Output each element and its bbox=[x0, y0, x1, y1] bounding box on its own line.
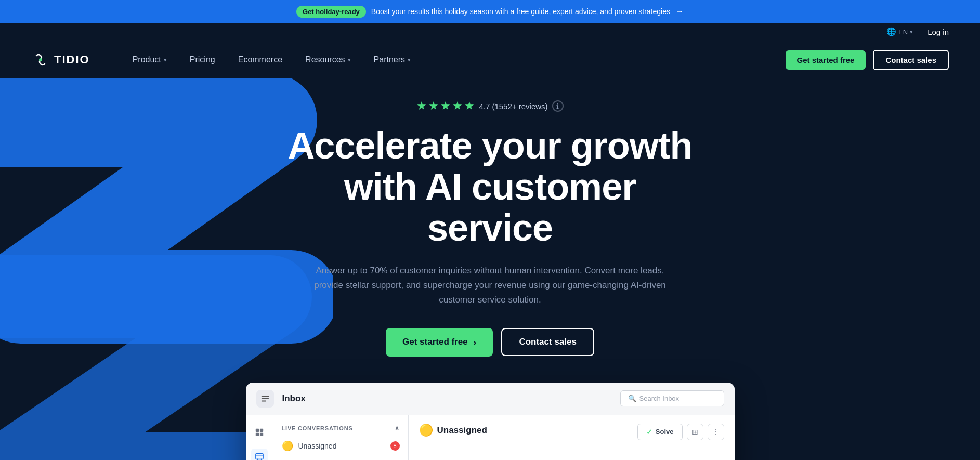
inbox-label: Inbox bbox=[282, 393, 306, 404]
star-3: ★ bbox=[440, 99, 451, 113]
sidebar-inbox-icon[interactable] bbox=[256, 390, 274, 408]
conv-name: Unassigned bbox=[298, 442, 337, 450]
stars: ★ ★ ★ ★ ★ bbox=[416, 99, 475, 113]
nav-ecommerce-label: Ecommerce bbox=[238, 55, 282, 64]
hero-title: Accelerate your growth with AI customer … bbox=[277, 125, 703, 249]
logo-icon bbox=[31, 50, 50, 69]
logo[interactable]: TIDIO bbox=[31, 50, 90, 69]
get-started-button[interactable]: Get started free bbox=[786, 50, 866, 70]
nav-links: Product ▾ Pricing Ecommerce Resources ▾ … bbox=[121, 41, 786, 78]
product-chevron-icon: ▾ bbox=[164, 57, 167, 63]
logo-text: TIDIO bbox=[54, 53, 90, 67]
svg-rect-7 bbox=[255, 433, 258, 436]
partners-chevron-icon: ▾ bbox=[408, 57, 411, 63]
nav-home-icon[interactable] bbox=[251, 424, 268, 440]
hero-cta-primary-label: Get started free bbox=[402, 337, 468, 347]
svg-rect-8 bbox=[259, 433, 263, 436]
search-icon: 🔍 bbox=[628, 395, 636, 402]
contact-sales-button[interactable]: Contact sales bbox=[873, 50, 949, 70]
svg-rect-4 bbox=[261, 400, 266, 401]
arrow-icon: › bbox=[473, 336, 477, 348]
resources-chevron-icon: ▾ bbox=[348, 57, 351, 63]
hero-content: ★ ★ ★ ★ ★ 4.7 (1552+ reviews) ℹ Accelera… bbox=[277, 99, 703, 383]
left-nav-icons bbox=[246, 415, 273, 460]
hero-title-line1: Accelerate your growth bbox=[288, 125, 692, 166]
app-preview-header: Inbox 🔍 Search Inbox bbox=[246, 383, 735, 415]
unassigned-emoji: 🟡 bbox=[419, 424, 433, 437]
nav-pricing-label: Pricing bbox=[190, 55, 215, 64]
navbar: TIDIO Product ▾ Pricing Ecommerce Resour… bbox=[0, 41, 980, 78]
live-conv-label: LIVE CONVERSATIONS bbox=[282, 425, 353, 431]
info-icon[interactable]: ℹ bbox=[552, 100, 564, 112]
nav-item-product[interactable]: Product ▾ bbox=[121, 41, 178, 78]
utility-bar: 🌐 EN ▾ Log in bbox=[0, 23, 980, 41]
svg-rect-6 bbox=[259, 428, 263, 431]
banner-arrow: → bbox=[675, 7, 684, 16]
svg-rect-3 bbox=[261, 398, 268, 399]
conv-item-unassigned[interactable]: 🟡 Unassigned 8 bbox=[273, 435, 408, 457]
nav-actions: Get started free Contact sales bbox=[786, 50, 949, 70]
left-conversations-panel: LIVE CONVERSATIONS ∧ 🟡 Unassigned 8 bbox=[273, 415, 409, 460]
nav-item-pricing[interactable]: Pricing bbox=[178, 41, 227, 78]
app-preview-card: Inbox 🔍 Search Inbox LIVE CONVERSATIONS bbox=[246, 383, 735, 460]
globe-icon: 🌐 bbox=[886, 27, 896, 36]
svg-rect-5 bbox=[255, 428, 258, 431]
svg-rect-9 bbox=[255, 453, 263, 459]
hero-title-line2: with AI customer service bbox=[344, 166, 636, 248]
unassigned-conversation-title: 🟡 Unassigned bbox=[419, 424, 487, 437]
hero-buttons: Get started free › Contact sales bbox=[386, 328, 594, 357]
conv-badge: 8 bbox=[390, 441, 400, 451]
star-4: ★ bbox=[452, 99, 463, 113]
svg-rect-2 bbox=[261, 396, 268, 397]
conversation-actions: ✓ Solve ⊞ ⋮ bbox=[637, 424, 724, 440]
solve-check-icon: ✓ bbox=[646, 428, 652, 436]
hero-section: ★ ★ ★ ★ ★ 4.7 (1552+ reviews) ℹ Accelera… bbox=[0, 78, 980, 460]
hero-contact-sales-button[interactable]: Contact sales bbox=[501, 328, 594, 356]
more-options-button[interactable]: ⋮ bbox=[708, 424, 724, 440]
star-2: ★ bbox=[428, 99, 439, 113]
top-banner: Get holiday-ready Boost your results thi… bbox=[0, 0, 980, 23]
main-conversation-panel: 🟡 Unassigned ✓ Solve ⊞ ⋮ bbox=[409, 415, 735, 460]
nav-inbox-icon[interactable] bbox=[251, 449, 268, 460]
rating-text: 4.7 (1552+ reviews) bbox=[479, 102, 547, 111]
star-1: ★ bbox=[416, 99, 427, 113]
nav-product-label: Product bbox=[133, 55, 161, 64]
language-selector[interactable]: 🌐 EN ▾ bbox=[886, 27, 913, 36]
app-body: LIVE CONVERSATIONS ∧ 🟡 Unassigned 8 🟡 Un… bbox=[246, 415, 735, 460]
solve-button[interactable]: ✓ Solve bbox=[637, 424, 683, 440]
hero-description: Answer up to 70% of customer inquiries w… bbox=[308, 264, 672, 307]
unassigned-text: Unassigned bbox=[437, 425, 487, 436]
nav-resources-label: Resources bbox=[305, 55, 345, 64]
search-placeholder-text: Search Inbox bbox=[639, 395, 680, 402]
live-conv-chevron: ∧ bbox=[395, 425, 400, 432]
nav-partners-label: Partners bbox=[374, 55, 405, 64]
nav-item-partners[interactable]: Partners ▾ bbox=[362, 41, 422, 78]
nav-item-resources[interactable]: Resources ▾ bbox=[294, 41, 362, 78]
star-5: ★ bbox=[464, 99, 475, 113]
svg-point-1 bbox=[39, 58, 42, 61]
nav-item-ecommerce[interactable]: Ecommerce bbox=[227, 41, 294, 78]
stars-row: ★ ★ ★ ★ ★ 4.7 (1552+ reviews) ℹ bbox=[416, 99, 563, 113]
grid-icon-button[interactable]: ⊞ bbox=[687, 424, 703, 440]
live-conversations-header: LIVE CONVERSATIONS ∧ bbox=[273, 422, 408, 435]
lang-chevron-icon: ▾ bbox=[910, 29, 913, 35]
hero-get-started-button[interactable]: Get started free › bbox=[386, 328, 493, 357]
login-link[interactable]: Log in bbox=[927, 28, 949, 36]
lang-label: EN bbox=[898, 28, 908, 36]
conv-emoji: 🟡 bbox=[282, 440, 293, 452]
solve-label: Solve bbox=[656, 428, 674, 436]
search-inbox-input[interactable]: 🔍 Search Inbox bbox=[620, 390, 724, 406]
holiday-badge[interactable]: Get holiday-ready bbox=[296, 6, 366, 18]
banner-text: Boost your results this holiday season w… bbox=[371, 7, 670, 16]
